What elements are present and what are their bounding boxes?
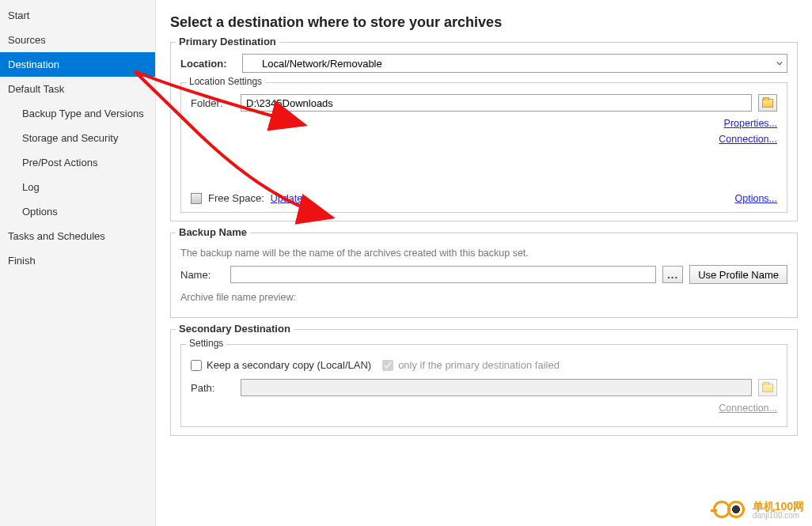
sidebar: StartSourcesDestinationDefault TaskBacku…: [0, 0, 156, 526]
label-location: Location:: [180, 58, 236, 70]
keep-secondary-copy-checkbox[interactable]: [191, 360, 202, 371]
connection-link[interactable]: Connection...: [191, 134, 777, 145]
sidebar-item-finish[interactable]: Finish: [0, 248, 155, 273]
group-backup-name: Backup Name The backup name will be the …: [170, 233, 798, 318]
label-free-space: Free Space:: [208, 192, 264, 204]
use-profile-name-button[interactable]: Use Profile Name: [689, 265, 787, 284]
name-browse-button[interactable]: ...: [662, 266, 683, 283]
group-secondary-destination: Secondary Destination Settings Keep a se…: [170, 329, 798, 436]
options-link[interactable]: Options...: [735, 193, 778, 204]
secondary-path-input: [241, 379, 752, 396]
sidebar-item-log[interactable]: Log: [0, 175, 155, 199]
sidebar-item-storage-and-security[interactable]: Storage and Security: [0, 126, 155, 150]
only-if-failed-label: only if the primary destination failed: [398, 359, 560, 371]
sidebar-item-sources[interactable]: Sources: [0, 28, 155, 52]
secondary-browse-button: [758, 379, 777, 396]
folder-icon: [762, 384, 773, 392]
sidebar-item-default-task[interactable]: Default Task: [0, 77, 155, 101]
group-legend-secondary: Secondary Destination: [176, 323, 294, 335]
label-path: Path:: [191, 382, 234, 394]
label-name: Name:: [180, 269, 224, 281]
update-link[interactable]: Update...: [271, 193, 311, 204]
archive-preview-label: Archive file name preview:: [180, 292, 787, 303]
legend-secondary-settings: Settings: [186, 338, 226, 349]
label-folder: Folder:: [191, 97, 234, 109]
main-panel: Select a destination where to store your…: [156, 0, 812, 526]
browse-folder-button[interactable]: [758, 94, 777, 112]
group-location-settings: Location Settings Folder: Properties... …: [180, 82, 787, 213]
group-legend-backup-name: Backup Name: [176, 226, 250, 238]
sidebar-item-options[interactable]: Options: [0, 199, 155, 224]
group-secondary-settings: Settings Keep a secondary copy (Local/LA…: [180, 344, 787, 427]
sidebar-item-destination[interactable]: Destination: [0, 52, 155, 77]
sidebar-item-start[interactable]: Start: [0, 3, 155, 28]
folder-icon: [762, 99, 773, 108]
folder-input[interactable]: [241, 94, 752, 112]
backup-name-input[interactable]: [230, 266, 656, 283]
only-if-failed-checkbox: [382, 360, 393, 371]
sidebar-item-tasks-and-schedules[interactable]: Tasks and Schedules: [0, 224, 155, 248]
disk-icon: [191, 193, 202, 204]
sidebar-item-pre-post-actions[interactable]: Pre/Post Actions: [0, 150, 155, 175]
backup-name-description: The backup name will be the name of the …: [180, 248, 787, 259]
secondary-connection-link: Connection...: [191, 403, 777, 414]
sidebar-item-backup-type-and-versions[interactable]: Backup Type and Versions: [0, 101, 155, 126]
location-dropdown[interactable]: Local/Network/Removable: [242, 54, 787, 73]
properties-link[interactable]: Properties...: [191, 118, 777, 129]
page-title: Select a destination where to store your…: [170, 14, 798, 31]
legend-location-settings: Location Settings: [186, 76, 265, 87]
group-primary-destination: Primary Destination Location: Local/Netw…: [170, 42, 798, 221]
group-legend-primary: Primary Destination: [176, 36, 279, 47]
keep-secondary-copy-label: Keep a secondary copy (Local/LAN): [207, 359, 371, 371]
